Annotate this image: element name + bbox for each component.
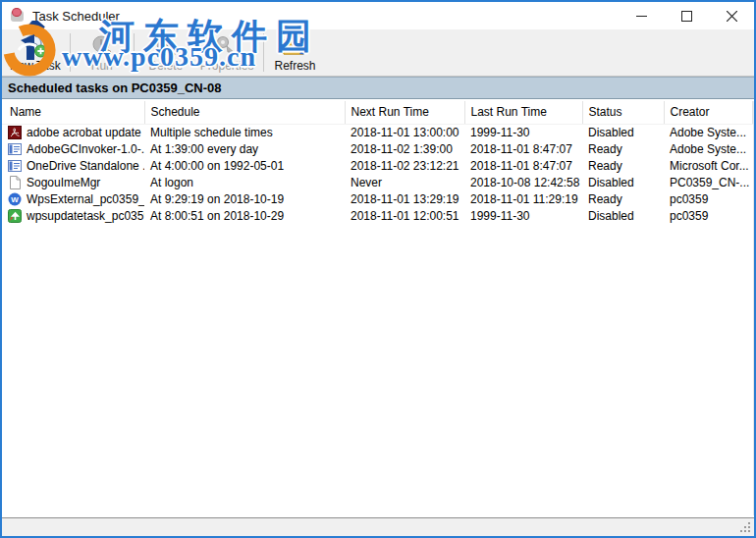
task-status: Disabled	[582, 207, 664, 224]
minimize-icon	[636, 11, 647, 22]
close-button[interactable]	[709, 2, 754, 29]
column-header-next-run[interactable]: Next Run Time	[345, 101, 464, 124]
toolbar-separator	[70, 33, 71, 72]
close-icon	[727, 11, 737, 22]
task-schedule: At 1:39:00 every day	[144, 140, 345, 157]
refresh-icon	[282, 33, 309, 59]
app-icon	[10, 8, 26, 24]
svg-text:W: W	[11, 195, 19, 204]
task-name: SogouImeMgr	[27, 176, 100, 189]
group-header: Scheduled tasks on PC0359_CN-08	[2, 77, 754, 99]
run-label: Run	[91, 59, 113, 73]
task-schedule: At 4:00:00 on 1992-05-01	[144, 157, 345, 174]
resize-grip[interactable]	[748, 530, 750, 532]
window-title: Task Scheduler	[32, 9, 120, 24]
delete-icon	[153, 33, 179, 59]
maximize-button[interactable]	[664, 2, 709, 29]
column-header-last-run[interactable]: Last Run Time	[464, 101, 582, 124]
task-name: OneDrive Standalone ...	[27, 159, 144, 173]
task-scheduler-window: Task Scheduler New Task	[0, 0, 756, 538]
toolbar-separator	[134, 33, 135, 72]
column-header-name[interactable]: Name	[2, 101, 144, 124]
task-name: wpsupdatetask_pc0359	[27, 209, 144, 223]
table-header-row: Name Schedule Next Run Time Last Run Tim…	[2, 101, 753, 124]
task-last-run: 2018-10-08 12:42:58	[464, 174, 582, 190]
run-icon	[89, 33, 115, 59]
delete-button[interactable]: Delete	[137, 29, 194, 76]
minimize-button[interactable]	[619, 2, 664, 29]
task-status: Ready	[582, 140, 664, 157]
run-button[interactable]: Run	[74, 29, 131, 76]
task-next-run: 2018-11-01 13:00:00	[345, 124, 464, 140]
task-table: Name Schedule Next Run Time Last Run Tim…	[2, 101, 753, 224]
table-row[interactable]: OneDrive Standalone ... At 4:00:00 on 19…	[2, 157, 753, 174]
app-extension-icon	[8, 142, 22, 156]
document-icon	[8, 176, 22, 189]
toolbar: New Task Run Delete	[2, 29, 754, 77]
table-row[interactable]: wpsupdatetask_pc0359 At 8:00:51 on 2018-…	[2, 207, 753, 224]
task-last-run: 1999-11-30	[464, 207, 582, 224]
task-last-run: 1999-11-30	[464, 124, 582, 140]
task-schedule: At logon	[144, 174, 345, 190]
table-row[interactable]: AdobeGCInvoker-1.0-... At 1:39:00 every …	[2, 140, 753, 157]
task-next-run: Never	[345, 174, 464, 190]
new-task-button[interactable]: New Task	[4, 29, 67, 76]
column-header-schedule[interactable]: Schedule	[144, 101, 345, 124]
task-last-run: 2018-11-01 8:47:07	[464, 140, 582, 157]
task-creator: Microsoft Cor...	[664, 157, 753, 174]
new-task-label: New Task	[10, 59, 61, 73]
task-creator: pc0359	[664, 207, 753, 224]
task-creator: Adobe Syste...	[664, 140, 753, 157]
refresh-button[interactable]: Refresh	[267, 29, 324, 76]
maximize-icon	[681, 11, 692, 22]
task-next-run: 2018-11-02 1:39:00	[345, 140, 464, 157]
task-next-run: 2018-11-01 13:29:19	[345, 190, 464, 207]
refresh-label: Refresh	[274, 59, 315, 73]
properties-icon	[214, 33, 240, 59]
properties-button[interactable]: Properties	[194, 29, 260, 76]
app-extension-icon	[8, 159, 22, 173]
column-header-creator[interactable]: Creator	[664, 101, 753, 124]
task-schedule: Multiple schedule times	[144, 124, 345, 140]
window-controls	[619, 2, 754, 29]
task-creator: Adobe Syste...	[664, 124, 753, 140]
task-name: AdobeGCInvoker-1.0-...	[27, 142, 144, 156]
wps-update-arrow-icon	[8, 209, 22, 223]
properties-label: Properties	[200, 59, 254, 73]
task-name: adobe acrobat update ...	[27, 126, 144, 139]
new-task-icon	[23, 33, 48, 59]
table-row[interactable]: SogouImeMgr At logon Never 2018-10-08 12…	[2, 174, 753, 190]
table-row[interactable]: W WpsExternal_pc0359_... At 9:29:19 on 2…	[2, 190, 753, 207]
wps-w-icon: W	[8, 192, 22, 206]
task-last-run: 2018-11-01 8:47:07	[464, 157, 582, 174]
table-row[interactable]: adobe acrobat update ... Multiple schedu…	[2, 124, 753, 140]
task-next-run: 2018-11-02 23:12:21	[345, 157, 464, 174]
task-name: WpsExternal_pc0359_...	[27, 192, 144, 206]
toolbar-separator	[263, 33, 264, 72]
task-status: Ready	[582, 190, 664, 207]
task-status: Disabled	[582, 174, 664, 190]
task-creator: PC0359_CN-...	[664, 174, 753, 190]
titlebar: Task Scheduler	[2, 2, 754, 29]
task-listview: Name Schedule Next Run Time Last Run Tim…	[2, 101, 754, 515]
task-creator: pc0359	[664, 190, 753, 207]
adobe-acrobat-icon	[8, 126, 22, 139]
task-status: Ready	[582, 157, 664, 174]
group-header-text: Scheduled tasks on PC0359_CN-08	[8, 81, 221, 95]
task-schedule: At 8:00:51 on 2018-10-29	[144, 207, 345, 224]
task-last-run: 2018-11-01 11:29:19	[464, 190, 582, 207]
column-header-status[interactable]: Status	[582, 101, 664, 124]
task-schedule: At 9:29:19 on 2018-10-19	[144, 190, 345, 207]
statusbar	[2, 517, 754, 536]
delete-label: Delete	[148, 59, 183, 73]
task-next-run: 2018-11-01 12:00:51	[345, 207, 464, 224]
task-status: Disabled	[582, 124, 664, 140]
